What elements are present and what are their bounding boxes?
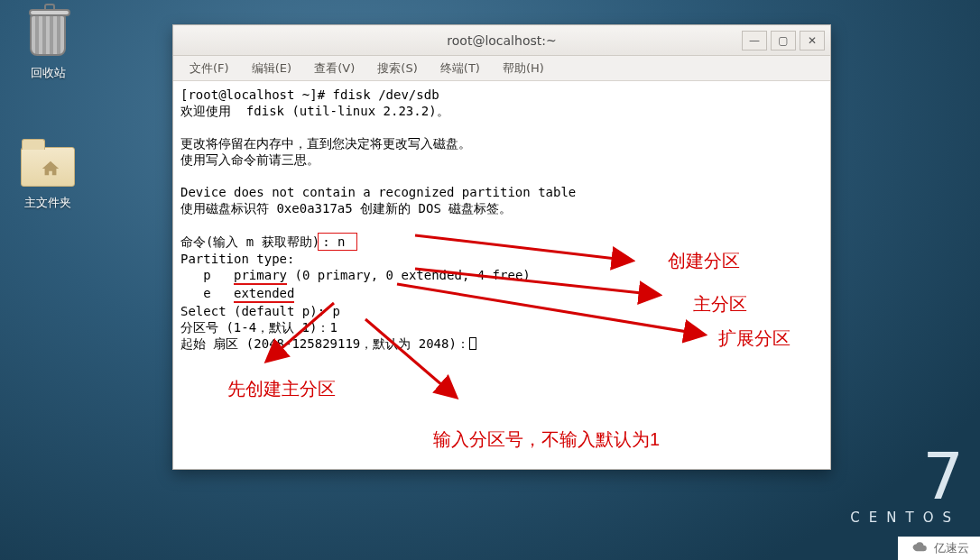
term-line: (0 primary, 0 extended, 4 free)	[287, 268, 531, 282]
window-title: root@localhost:~	[447, 33, 556, 48]
watermark-text: 亿速云	[934, 540, 969, 556]
annotation-create-partition: 创建分区	[668, 249, 740, 273]
desktop-icon-home[interactable]: 主文件夹	[7, 135, 88, 211]
menubar: 文件(F) 编辑(E) 查看(V) 搜索(S) 终端(T) 帮助(H)	[173, 56, 830, 81]
term-line: 起始 扇区 (2048-125829119，默认为 2048)：	[180, 336, 469, 351]
terminal-window: root@localhost:~ — ▢ ✕ 文件(F) 编辑(E) 查看(V)…	[172, 24, 831, 470]
menu-file[interactable]: 文件(F)	[180, 56, 238, 81]
minimize-button[interactable]: —	[742, 31, 767, 50]
annotation-partition-number: 输入分区号，不输入默认为1	[433, 427, 660, 452]
term-line: Select (default p): p	[180, 304, 340, 318]
centos-seven: 7	[850, 447, 960, 506]
menu-view[interactable]: 查看(V)	[305, 56, 364, 81]
desktop-icon-trash[interactable]: 回收站	[7, 5, 88, 81]
home-label: 主文件夹	[7, 195, 88, 211]
terminal-body[interactable]: [root@localhost ~]# fdisk /dev/sdb 欢迎使用 …	[173, 81, 830, 469]
close-button[interactable]: ✕	[800, 31, 825, 50]
underlined-primary: primary	[234, 267, 287, 285]
annotation-first-primary: 先创建主分区	[227, 377, 336, 401]
term-line: 使用磁盘标识符 0xe0a317a5 创建新的 DOS 磁盘标签。	[180, 201, 512, 216]
menu-edit[interactable]: 编辑(E)	[243, 56, 300, 81]
term-line: e	[180, 286, 234, 300]
folder-icon	[21, 135, 75, 189]
centos-logo: 7 CENTOS	[850, 447, 960, 526]
term-line: Partition type:	[180, 252, 294, 266]
annotation-extended: 扩展分区	[718, 326, 790, 351]
centos-word: CENTOS	[850, 510, 960, 526]
boxed-input-n: : n	[318, 233, 357, 251]
menu-help[interactable]: 帮助(H)	[494, 56, 553, 81]
watermark: 亿速云	[898, 537, 980, 560]
term-line: 使用写入命令前请三思。	[180, 152, 319, 167]
term-line: 分区号 (1-4，默认 1)：1	[180, 320, 337, 335]
cursor-icon	[469, 337, 476, 350]
menu-term[interactable]: 终端(T)	[431, 56, 489, 81]
term-line: 欢迎使用 fdisk (util-linux 2.23.2)。	[180, 104, 449, 118]
trash-icon	[21, 5, 75, 60]
term-line: p	[180, 268, 234, 282]
desktop: 回收站 主文件夹 root@localhost:~ — ▢ ✕ 文件(F) 编辑…	[0, 0, 980, 560]
menu-search[interactable]: 搜索(S)	[368, 56, 426, 81]
term-line: 命令(输入 m 获取帮助)	[180, 234, 319, 249]
underlined-extended: extended	[234, 285, 294, 303]
trash-label: 回收站	[7, 65, 88, 81]
maximize-button[interactable]: ▢	[771, 31, 796, 50]
titlebar[interactable]: root@localhost:~ — ▢ ✕	[173, 25, 830, 56]
term-line: 更改将停留在内存中，直到您决定将更改写入磁盘。	[180, 136, 471, 151]
term-line: Device does not contain a recognized par…	[180, 185, 576, 199]
term-line: [root@localhost ~]# fdisk /dev/sdb	[180, 87, 439, 102]
cloud-icon	[909, 541, 929, 555]
annotation-primary: 主分区	[693, 292, 747, 317]
